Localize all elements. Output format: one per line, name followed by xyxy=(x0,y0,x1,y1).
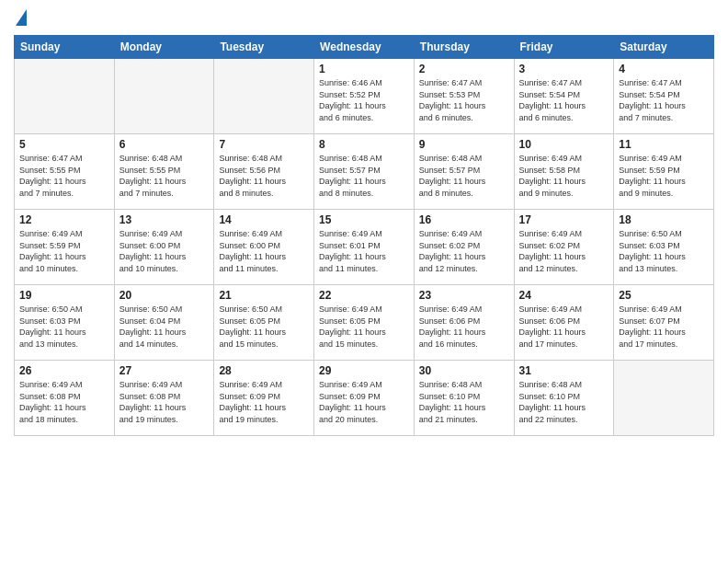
day-number: 6 xyxy=(119,138,210,151)
day-number: 20 xyxy=(119,289,210,302)
header-monday: Monday xyxy=(114,36,214,59)
calendar-cell xyxy=(614,361,714,436)
week-row-4: 19Sunrise: 6:50 AM Sunset: 6:03 PM Dayli… xyxy=(15,285,714,361)
day-info: Sunrise: 6:49 AM Sunset: 6:01 PM Dayligh… xyxy=(319,228,409,274)
day-number: 18 xyxy=(619,213,709,226)
logo-icon xyxy=(14,9,27,28)
calendar-cell: 29Sunrise: 6:49 AM Sunset: 6:09 PM Dayli… xyxy=(314,361,415,436)
calendar-cell: 7Sunrise: 6:48 AM Sunset: 5:56 PM Daylig… xyxy=(214,134,314,210)
day-info: Sunrise: 6:47 AM Sunset: 5:54 PM Dayligh… xyxy=(619,77,709,123)
day-number: 5 xyxy=(19,138,109,151)
calendar-cell: 17Sunrise: 6:49 AM Sunset: 6:02 PM Dayli… xyxy=(514,210,614,285)
calendar-cell: 26Sunrise: 6:49 AM Sunset: 6:08 PM Dayli… xyxy=(15,361,115,436)
header-saturday: Saturday xyxy=(614,36,714,59)
calendar-cell: 15Sunrise: 6:49 AM Sunset: 6:01 PM Dayli… xyxy=(314,210,415,285)
day-info: Sunrise: 6:48 AM Sunset: 5:55 PM Dayligh… xyxy=(119,153,210,199)
day-number: 3 xyxy=(519,63,609,75)
day-info: Sunrise: 6:49 AM Sunset: 6:05 PM Dayligh… xyxy=(319,304,409,350)
day-number: 10 xyxy=(519,138,609,151)
day-number: 15 xyxy=(319,213,409,226)
day-number: 22 xyxy=(319,289,409,302)
day-number: 23 xyxy=(419,289,509,302)
day-number: 21 xyxy=(219,289,309,302)
calendar-cell xyxy=(114,59,214,134)
calendar-cell: 20Sunrise: 6:50 AM Sunset: 6:04 PM Dayli… xyxy=(114,285,214,361)
day-info: Sunrise: 6:49 AM Sunset: 6:08 PM Dayligh… xyxy=(119,379,210,425)
calendar-cell: 11Sunrise: 6:49 AM Sunset: 5:59 PM Dayli… xyxy=(614,134,714,210)
calendar-cell: 16Sunrise: 6:49 AM Sunset: 6:02 PM Dayli… xyxy=(414,210,514,285)
calendar-cell xyxy=(214,59,314,134)
day-info: Sunrise: 6:49 AM Sunset: 6:07 PM Dayligh… xyxy=(619,304,709,350)
calendar-cell: 12Sunrise: 6:49 AM Sunset: 5:59 PM Dayli… xyxy=(15,210,115,285)
day-number: 16 xyxy=(419,213,509,226)
day-number: 11 xyxy=(619,138,709,151)
day-info: Sunrise: 6:47 AM Sunset: 5:54 PM Dayligh… xyxy=(519,77,609,123)
calendar-cell: 8Sunrise: 6:48 AM Sunset: 5:57 PM Daylig… xyxy=(314,134,415,210)
page: SundayMondayTuesdayWednesdayThursdayFrid… xyxy=(0,0,728,563)
day-info: Sunrise: 6:50 AM Sunset: 6:05 PM Dayligh… xyxy=(219,304,309,350)
day-number: 9 xyxy=(419,138,509,151)
day-info: Sunrise: 6:49 AM Sunset: 6:00 PM Dayligh… xyxy=(119,228,210,274)
day-info: Sunrise: 6:50 AM Sunset: 6:03 PM Dayligh… xyxy=(619,228,709,274)
week-row-3: 12Sunrise: 6:49 AM Sunset: 5:59 PM Dayli… xyxy=(15,210,714,285)
day-number: 27 xyxy=(119,364,210,377)
day-info: Sunrise: 6:49 AM Sunset: 5:58 PM Dayligh… xyxy=(519,153,609,199)
day-number: 28 xyxy=(219,364,309,377)
day-info: Sunrise: 6:50 AM Sunset: 6:04 PM Dayligh… xyxy=(119,304,210,350)
day-number: 26 xyxy=(19,364,109,377)
day-number: 19 xyxy=(19,289,109,302)
calendar-cell xyxy=(15,59,115,134)
calendar-cell: 2Sunrise: 6:47 AM Sunset: 5:53 PM Daylig… xyxy=(414,59,514,134)
day-number: 30 xyxy=(419,364,509,377)
calendar-cell: 21Sunrise: 6:50 AM Sunset: 6:05 PM Dayli… xyxy=(214,285,314,361)
day-info: Sunrise: 6:48 AM Sunset: 5:56 PM Dayligh… xyxy=(219,153,309,199)
day-number: 7 xyxy=(219,138,309,151)
week-row-1: 1Sunrise: 6:46 AM Sunset: 5:52 PM Daylig… xyxy=(15,59,714,134)
calendar-cell: 30Sunrise: 6:48 AM Sunset: 6:10 PM Dayli… xyxy=(414,361,514,436)
calendar-cell: 25Sunrise: 6:49 AM Sunset: 6:07 PM Dayli… xyxy=(614,285,714,361)
calendar-cell: 19Sunrise: 6:50 AM Sunset: 6:03 PM Dayli… xyxy=(15,285,115,361)
day-info: Sunrise: 6:46 AM Sunset: 5:52 PM Dayligh… xyxy=(319,77,409,123)
day-info: Sunrise: 6:48 AM Sunset: 5:57 PM Dayligh… xyxy=(419,153,509,199)
calendar-cell: 3Sunrise: 6:47 AM Sunset: 5:54 PM Daylig… xyxy=(514,59,614,134)
day-info: Sunrise: 6:50 AM Sunset: 6:03 PM Dayligh… xyxy=(19,304,109,350)
day-info: Sunrise: 6:49 AM Sunset: 6:08 PM Dayligh… xyxy=(19,379,109,425)
logo xyxy=(14,9,28,28)
day-info: Sunrise: 6:48 AM Sunset: 6:10 PM Dayligh… xyxy=(519,379,609,425)
header-thursday: Thursday xyxy=(414,36,514,59)
day-info: Sunrise: 6:49 AM Sunset: 6:02 PM Dayligh… xyxy=(519,228,609,274)
week-row-2: 5Sunrise: 6:47 AM Sunset: 5:55 PM Daylig… xyxy=(15,134,714,210)
calendar-cell: 13Sunrise: 6:49 AM Sunset: 6:00 PM Dayli… xyxy=(114,210,214,285)
day-info: Sunrise: 6:47 AM Sunset: 5:55 PM Dayligh… xyxy=(19,153,109,199)
calendar-cell: 6Sunrise: 6:48 AM Sunset: 5:55 PM Daylig… xyxy=(114,134,214,210)
day-number: 14 xyxy=(219,213,309,226)
calendar-cell: 27Sunrise: 6:49 AM Sunset: 6:08 PM Dayli… xyxy=(114,361,214,436)
day-info: Sunrise: 6:49 AM Sunset: 6:00 PM Dayligh… xyxy=(219,228,309,274)
calendar-cell: 31Sunrise: 6:48 AM Sunset: 6:10 PM Dayli… xyxy=(514,361,614,436)
day-number: 13 xyxy=(119,213,210,226)
day-info: Sunrise: 6:49 AM Sunset: 6:09 PM Dayligh… xyxy=(319,379,409,425)
day-info: Sunrise: 6:48 AM Sunset: 6:10 PM Dayligh… xyxy=(419,379,509,425)
logo-triangle-icon xyxy=(16,9,27,26)
calendar-cell: 28Sunrise: 6:49 AM Sunset: 6:09 PM Dayli… xyxy=(214,361,314,436)
header-sunday: Sunday xyxy=(15,36,115,59)
day-number: 2 xyxy=(419,63,509,75)
day-number: 12 xyxy=(19,213,109,226)
calendar-cell: 4Sunrise: 6:47 AM Sunset: 5:54 PM Daylig… xyxy=(614,59,714,134)
week-row-5: 26Sunrise: 6:49 AM Sunset: 6:08 PM Dayli… xyxy=(15,361,714,436)
day-info: Sunrise: 6:49 AM Sunset: 5:59 PM Dayligh… xyxy=(619,153,709,199)
calendar-cell: 23Sunrise: 6:49 AM Sunset: 6:06 PM Dayli… xyxy=(414,285,514,361)
day-info: Sunrise: 6:49 AM Sunset: 6:02 PM Dayligh… xyxy=(419,228,509,274)
header-wednesday: Wednesday xyxy=(314,36,415,59)
day-info: Sunrise: 6:47 AM Sunset: 5:53 PM Dayligh… xyxy=(419,77,509,123)
day-info: Sunrise: 6:48 AM Sunset: 5:57 PM Dayligh… xyxy=(319,153,409,199)
day-number: 24 xyxy=(519,289,609,302)
calendar-cell: 9Sunrise: 6:48 AM Sunset: 5:57 PM Daylig… xyxy=(414,134,514,210)
calendar-cell: 5Sunrise: 6:47 AM Sunset: 5:55 PM Daylig… xyxy=(15,134,115,210)
calendar: SundayMondayTuesdayWednesdayThursdayFrid… xyxy=(14,35,714,436)
day-info: Sunrise: 6:49 AM Sunset: 5:59 PM Dayligh… xyxy=(19,228,109,274)
header-tuesday: Tuesday xyxy=(214,36,314,59)
calendar-cell: 18Sunrise: 6:50 AM Sunset: 6:03 PM Dayli… xyxy=(614,210,714,285)
header xyxy=(14,9,714,28)
calendar-cell: 22Sunrise: 6:49 AM Sunset: 6:05 PM Dayli… xyxy=(314,285,415,361)
